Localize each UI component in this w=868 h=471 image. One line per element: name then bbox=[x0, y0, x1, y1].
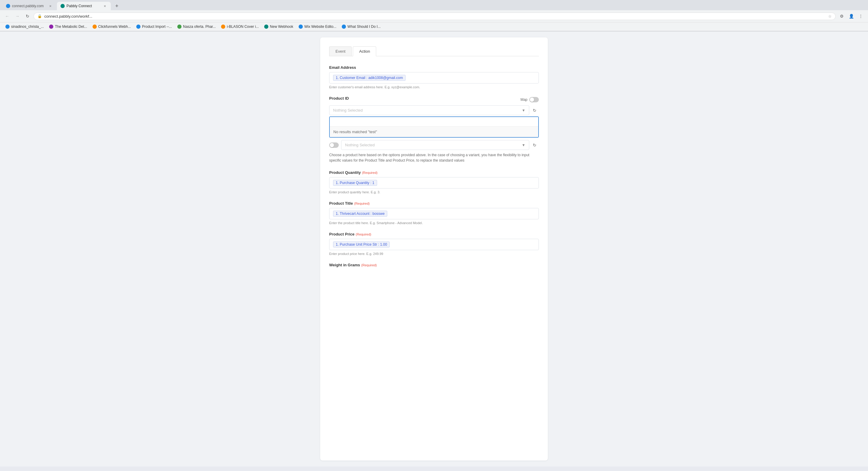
email-address-input[interactable]: 1. Customer Email : adik1008@gmail.com bbox=[329, 72, 539, 83]
form-container: Event Action Email Address 1. Customer E… bbox=[320, 37, 548, 461]
weight-in-grams-label: Weight in Grams (Required) bbox=[329, 263, 539, 267]
bookmark-favicon-6 bbox=[221, 25, 225, 29]
tab-bar: connect.pabbly.com ✕ Pabbly Connect ✕ + bbox=[0, 0, 868, 10]
product-quantity-input[interactable]: 1. Purchase Quantity : 1 bbox=[329, 177, 539, 189]
bookmark-favicon-9 bbox=[342, 25, 346, 29]
email-address-tag[interactable]: 1. Customer Email : adik1008@gmail.com bbox=[333, 75, 406, 81]
search-dropdown: No results matched "test" bbox=[329, 116, 539, 138]
bookmark-label-3: Clickfunnels Webh... bbox=[98, 25, 131, 29]
product-title-input[interactable]: 1. Thrivecart Account : bosswe bbox=[329, 208, 539, 220]
product-quantity-section: Product Quantity (Required) 1. Purchase … bbox=[329, 170, 539, 194]
back-button[interactable]: ← bbox=[3, 12, 11, 20]
page-content: Event Action Email Address 1. Customer E… bbox=[0, 31, 868, 467]
profile-button[interactable]: 👤 bbox=[847, 12, 856, 20]
bookmark-iblason[interactable]: i-BLASON Cover i... bbox=[219, 24, 261, 30]
tab-favicon-active bbox=[61, 4, 65, 8]
product-id-dropdown-wrapper: Nothing Selected ▼ ↻ bbox=[329, 105, 539, 115]
product-title-section: Product Title (Required) 1. Thrivecart A… bbox=[329, 201, 539, 225]
reload-button[interactable]: ↻ bbox=[23, 12, 32, 20]
tab-action[interactable]: Action bbox=[353, 46, 376, 56]
bookmark-clickfunnels[interactable]: Clickfunnels Webh... bbox=[90, 24, 133, 30]
product-price-input[interactable]: 1. Purchase Unit Price Str : 1.00 bbox=[329, 239, 539, 250]
no-results-message: No results matched "test" bbox=[330, 126, 538, 137]
bookmark-webhook[interactable]: New Webhook bbox=[262, 24, 296, 30]
browser-chrome: connect.pabbly.com ✕ Pabbly Connect ✕ + … bbox=[0, 0, 868, 31]
product-quantity-required: (Required) bbox=[362, 171, 377, 174]
tab-close-active-button[interactable]: ✕ bbox=[102, 4, 107, 8]
bookmark-label-2: The Metabolic Det... bbox=[55, 25, 87, 29]
bookmark-favicon-5 bbox=[177, 25, 182, 29]
bookmark-label-8: Wix Website Edito... bbox=[304, 25, 336, 29]
tab-title-active: Pabbly Connect bbox=[66, 4, 101, 8]
product-id-label: Product ID bbox=[329, 96, 349, 101]
bookmark-star-icon[interactable]: ☆ bbox=[828, 14, 832, 19]
product-title-hint: Enter the product title here. E.g. Smart… bbox=[329, 221, 539, 225]
product-id-section: Product ID Map Nothing Selected ▼ ↻ bbox=[329, 96, 539, 163]
bookmark-product-import[interactable]: Product Import --... bbox=[134, 24, 174, 30]
product-price-hint: Enter product price here. E.g. 249.99 bbox=[329, 252, 539, 256]
second-dropdown-row: Nothing Selected ▼ ↻ bbox=[329, 140, 539, 150]
bookmark-favicon-2 bbox=[49, 25, 53, 29]
bookmark-what-should[interactable]: What Should I Do I... bbox=[339, 24, 383, 30]
lock-icon: 🔒 bbox=[37, 14, 42, 18]
variant-dropdown-arrow-icon: ▼ bbox=[522, 143, 525, 147]
second-row-toggle[interactable] bbox=[329, 142, 339, 148]
bookmark-favicon-4 bbox=[136, 25, 141, 29]
product-id-placeholder: Nothing Selected bbox=[333, 108, 363, 112]
tab-event[interactable]: Event bbox=[329, 46, 352, 56]
dropdown-arrow-icon: ▼ bbox=[522, 108, 525, 112]
bookmark-label-1: sinadinos_christa_... bbox=[11, 25, 44, 29]
bookmark-label-5: Nasza oferta. Phar... bbox=[183, 25, 216, 29]
bookmark-metabolic[interactable]: The Metabolic Det... bbox=[47, 24, 89, 30]
toolbar-icons: ⚙ 👤 ⋮ bbox=[837, 12, 865, 20]
map-label: Map bbox=[521, 98, 527, 102]
bookmark-wix[interactable]: Wix Website Edito... bbox=[296, 24, 339, 30]
tab-close-button[interactable]: ✕ bbox=[48, 4, 53, 8]
browser-tab-active[interactable]: Pabbly Connect ✕ bbox=[57, 2, 111, 10]
product-variant-placeholder: Nothing Selected bbox=[345, 143, 375, 147]
product-quantity-tag[interactable]: 1. Purchase Quantity : 1 bbox=[333, 180, 377, 186]
browser-tab-inactive[interactable]: connect.pabbly.com ✕ bbox=[2, 2, 56, 10]
email-address-hint: Enter customer's email address here. E.g… bbox=[329, 85, 539, 89]
extensions-button[interactable]: ⚙ bbox=[837, 12, 846, 20]
product-variant-refresh-button[interactable]: ↻ bbox=[530, 141, 539, 149]
product-id-dropdown[interactable]: Nothing Selected ▼ bbox=[329, 105, 529, 115]
weight-in-grams-section: Weight in Grams (Required) bbox=[329, 263, 539, 267]
menu-button[interactable]: ⋮ bbox=[857, 12, 865, 20]
second-toggle-knob bbox=[330, 143, 334, 147]
address-bar[interactable]: 🔒 connect.pabbly.com/workf... ☆ bbox=[34, 12, 836, 20]
bookmark-favicon-8 bbox=[299, 25, 303, 29]
bookmark-label-6: i-BLASON Cover i... bbox=[227, 25, 259, 29]
product-id-header: Product ID Map bbox=[329, 96, 539, 103]
tab-title-inactive: connect.pabbly.com bbox=[12, 4, 46, 8]
forward-button[interactable]: → bbox=[13, 12, 22, 20]
weight-in-grams-required: (Required) bbox=[361, 263, 377, 267]
product-price-tag[interactable]: 1. Purchase Unit Price Str : 1.00 bbox=[333, 241, 390, 247]
map-toggle-switch[interactable] bbox=[529, 97, 539, 102]
navigation-toolbar: ← → ↻ 🔒 connect.pabbly.com/workf... ☆ ⚙ … bbox=[0, 10, 868, 23]
bookmark-favicon-3 bbox=[93, 25, 97, 29]
product-title-label: Product Title (Required) bbox=[329, 201, 539, 206]
product-price-required: (Required) bbox=[356, 233, 371, 236]
bookmark-label-9: What Should I Do I... bbox=[347, 25, 381, 29]
product-title-tag[interactable]: 1. Thrivecart Account : bosswe bbox=[333, 211, 387, 217]
product-price-section: Product Price (Required) 1. Purchase Uni… bbox=[329, 232, 539, 256]
product-id-description: Choose a product here based on the optio… bbox=[329, 152, 539, 163]
product-price-label: Product Price (Required) bbox=[329, 232, 539, 236]
product-quantity-label: Product Quantity (Required) bbox=[329, 170, 539, 175]
bookmark-label-7: New Webhook bbox=[270, 25, 293, 29]
product-title-required: (Required) bbox=[354, 202, 370, 205]
new-tab-button[interactable]: + bbox=[113, 2, 121, 10]
product-id-search-input[interactable] bbox=[330, 117, 538, 126]
email-address-label: Email Address bbox=[329, 65, 539, 70]
product-variant-dropdown[interactable]: Nothing Selected ▼ bbox=[341, 140, 529, 150]
bookmark-favicon-1 bbox=[5, 25, 9, 29]
bookmark-label-4: Product Import --... bbox=[142, 25, 172, 29]
bookmark-nasza[interactable]: Nasza oferta. Phar... bbox=[175, 24, 218, 30]
tab-favicon bbox=[6, 4, 10, 8]
email-address-section: Email Address 1. Customer Email : adik10… bbox=[329, 65, 539, 89]
bookmark-sinadinos[interactable]: sinadinos_christa_... bbox=[3, 24, 46, 30]
bookmark-favicon-7 bbox=[264, 25, 268, 29]
product-id-refresh-button[interactable]: ↻ bbox=[530, 106, 539, 114]
bookmarks-bar: sinadinos_christa_... The Metabolic Det.… bbox=[0, 23, 868, 31]
